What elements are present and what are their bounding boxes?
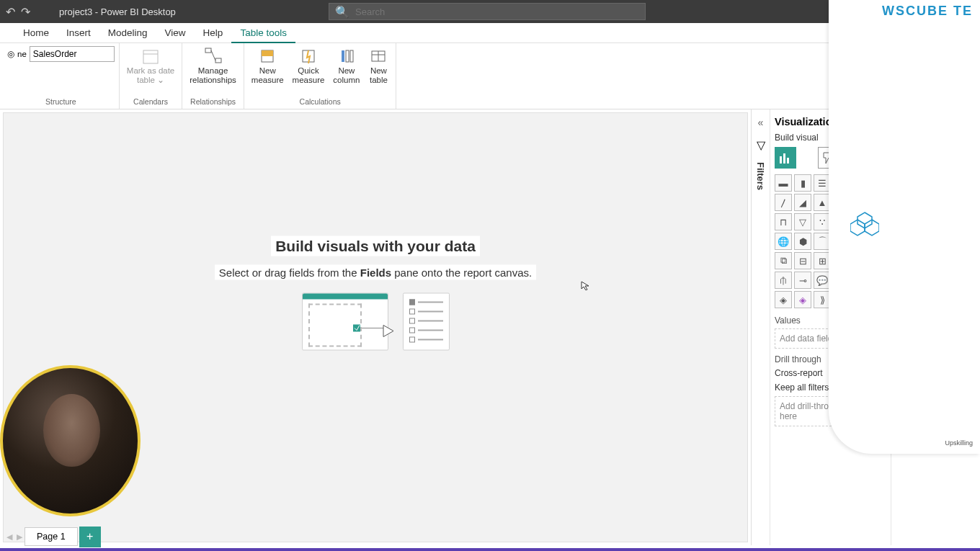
illustration-fields-icon bbox=[403, 292, 450, 350]
tab-help[interactable]: Help bbox=[195, 23, 232, 43]
page-bar: ◀ ▶ Page 1 + bbox=[4, 527, 101, 547]
hex-logo-icon bbox=[850, 211, 879, 240]
tab-insert[interactable]: Insert bbox=[58, 23, 99, 43]
illustration-canvas-icon bbox=[302, 292, 388, 350]
global-search[interactable]: 🔍 bbox=[329, 3, 646, 20]
logo-text: WSCUBE TE bbox=[882, 4, 973, 439]
add-page-button[interactable]: + bbox=[79, 527, 101, 547]
page-tab[interactable]: Page 1 bbox=[24, 527, 78, 546]
collapse-filters-icon[interactable]: « bbox=[758, 117, 764, 128]
name-label: ne bbox=[17, 50, 27, 58]
brand-logo-overlay: WSCUBE TE Upskilling bbox=[829, 0, 980, 454]
viz-line-icon[interactable]: 〳 bbox=[775, 194, 792, 211]
tab-table-tools[interactable]: Table tools bbox=[231, 23, 295, 43]
canvas-placeholder: Build visuals with your data Select or d… bbox=[190, 236, 561, 350]
quick-measure-button[interactable]: Quick measure bbox=[290, 46, 328, 85]
svg-line-7 bbox=[211, 50, 215, 61]
svg-rect-18 bbox=[353, 324, 360, 331]
group-label-calendars: Calendars bbox=[124, 97, 177, 107]
viz-arcgis-icon[interactable]: ◈ bbox=[775, 291, 792, 308]
viz-waterfall-icon[interactable]: ⊓ bbox=[775, 213, 792, 230]
mark-as-date-table-button: Mark as date table ⌄ bbox=[124, 46, 177, 85]
filters-pane-collapsed[interactable]: « ▽ Filters bbox=[751, 109, 770, 545]
group-calendars: Mark as date table ⌄ Calendars bbox=[120, 43, 182, 109]
group-calculations: New measure Quick measure New column bbox=[244, 43, 397, 109]
viz-powerapps-icon[interactable]: ◈ bbox=[794, 291, 811, 308]
tab-modeling[interactable]: Modeling bbox=[99, 23, 156, 43]
table-icon bbox=[368, 46, 388, 66]
name-icon: ◎ bbox=[7, 49, 14, 59]
tab-view[interactable]: View bbox=[156, 23, 195, 43]
group-label-relationships: Relationships bbox=[187, 97, 239, 107]
measure-icon bbox=[257, 46, 277, 66]
new-table-button[interactable]: New table bbox=[365, 46, 391, 85]
viz-area-icon[interactable]: ◢ bbox=[794, 194, 811, 211]
filter-funnel-icon: ▽ bbox=[757, 138, 765, 152]
svg-rect-9 bbox=[262, 50, 273, 56]
svg-rect-5 bbox=[205, 48, 211, 53]
relationships-icon bbox=[203, 46, 223, 66]
build-visual-mode[interactable] bbox=[775, 147, 796, 169]
quick-measure-icon bbox=[298, 46, 318, 66]
calendar-icon bbox=[141, 46, 161, 66]
viz-stacked-column-icon[interactable]: ▮ bbox=[794, 174, 811, 192]
group-label-calculations: Calculations bbox=[249, 97, 392, 107]
back-icon[interactable]: ↶ bbox=[6, 5, 15, 19]
presenter-webcam bbox=[0, 365, 141, 516]
viz-map-icon[interactable]: 🌐 bbox=[775, 233, 792, 250]
group-structure: ◎ ne Structure bbox=[3, 43, 120, 109]
svg-rect-3 bbox=[143, 50, 158, 63]
canvas-heading: Build visuals with your data bbox=[271, 236, 480, 256]
svg-rect-13 bbox=[350, 50, 353, 62]
canvas-subtext: Select or drag fields from the Fields pa… bbox=[215, 264, 536, 279]
viz-decomposition-icon[interactable]: ⊸ bbox=[794, 272, 811, 289]
cross-report-label: Cross-report bbox=[775, 368, 823, 378]
window-title: project3 - Power BI Desktop bbox=[59, 6, 176, 17]
table-name-input[interactable] bbox=[30, 46, 115, 62]
viz-kpi-icon[interactable]: ⧉ bbox=[775, 252, 792, 269]
cursor-icon bbox=[580, 280, 590, 290]
new-measure-button[interactable]: New measure bbox=[249, 46, 287, 85]
svg-rect-12 bbox=[346, 50, 349, 62]
svg-rect-11 bbox=[342, 50, 344, 62]
next-page-icon[interactable]: ▶ bbox=[14, 532, 24, 542]
manage-relationships-button[interactable]: Manage relationships bbox=[187, 46, 239, 85]
viz-filled-map-icon[interactable]: ⬢ bbox=[794, 233, 811, 250]
svg-rect-6 bbox=[215, 58, 221, 63]
keep-filters-label: Keep all filters bbox=[775, 382, 829, 393]
viz-key-influencers-icon[interactable]: ⫛ bbox=[775, 272, 792, 289]
svg-rect-20 bbox=[783, 153, 785, 163]
canvas-illustration bbox=[190, 292, 561, 350]
prev-page-icon[interactable]: ◀ bbox=[4, 532, 14, 542]
tab-home[interactable]: Home bbox=[14, 23, 58, 43]
viz-slicer-icon[interactable]: ⊟ bbox=[794, 252, 811, 269]
redo-icon[interactable]: ↷ bbox=[21, 5, 30, 19]
filters-label: Filters bbox=[755, 162, 766, 190]
column-icon bbox=[337, 46, 357, 66]
group-relationships: Manage relationships Relationships bbox=[182, 43, 244, 109]
search-icon: 🔍 bbox=[335, 5, 349, 19]
svg-rect-21 bbox=[787, 158, 789, 163]
group-label-structure: Structure bbox=[7, 97, 115, 107]
search-input[interactable] bbox=[355, 6, 629, 17]
viz-funnel-icon[interactable]: ▽ bbox=[794, 213, 811, 230]
new-column-button[interactable]: New column bbox=[330, 46, 362, 85]
logo-subtext: Upskilling bbox=[882, 439, 973, 447]
svg-rect-19 bbox=[780, 156, 782, 163]
progress-bar bbox=[0, 548, 980, 551]
viz-stacked-bar-icon[interactable]: ▬ bbox=[775, 174, 792, 192]
